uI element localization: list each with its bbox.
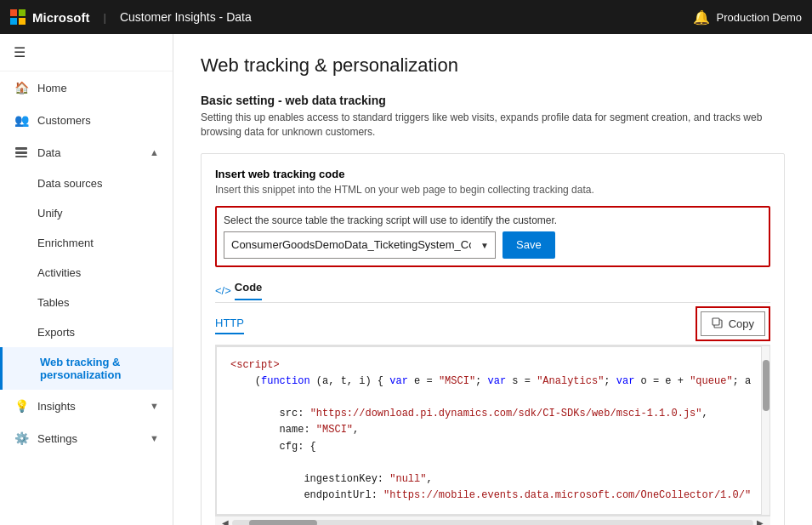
sidebar-item-label: Activities [37,266,159,279]
sidebar-item-data-sources[interactable]: Data sources [0,168,173,198]
sidebar-item-label: Data sources [37,177,159,190]
copy-icon [712,317,724,329]
sidebar-item-label: Insights [37,400,141,413]
code-line-3 [230,390,755,406]
svg-rect-1 [15,151,27,154]
select-source-box: Select the source table the tracking scr… [215,206,770,267]
sidebar-item-data[interactable]: Data ▲ [0,136,173,168]
scrollbar-thumb [763,360,769,411]
brand-name: Microsoft [32,10,90,25]
user-label: Production Demo [717,11,802,24]
chevron-up-icon: ▲ [150,147,159,157]
main-content: Web tracking & personalization Basic set… [173,34,812,525]
sidebar-item-web-tracking[interactable]: Web tracking & personalization [0,347,173,390]
sidebar-item-tables[interactable]: Tables [0,288,173,317]
insert-code-subtitle: Insert this snippet into the HTML on you… [215,184,770,196]
copy-button-wrapper: Copy [696,306,770,341]
code-line-9: endpointUrl: "https://mobile.events.data… [230,488,755,504]
topbar-divider: | [104,11,106,24]
topbar-right: 🔔 Production Demo [693,9,802,26]
scroll-left-button[interactable]: ◀ [219,518,232,525]
chevron-down-icon: ▼ [150,401,159,411]
insert-code-title: Insert web tracking code [215,168,770,180]
code-area[interactable]: <script> (function (a, t, i) { var e = "… [216,346,769,516]
sidebar-item-activities[interactable]: Activities [0,258,173,288]
code-line-4: src: "https://download.pi.dynamics.com/s… [230,406,755,422]
basic-setting-title: Basic setting - web data tracking [201,94,785,107]
source-table-dropdown-wrapper: ConsumerGoodsDemoData_TicketingSystem_Co… [224,231,496,259]
vertical-scrollbar[interactable] [761,346,769,516]
home-icon: 🏠 [14,80,29,95]
sidebar-item-home[interactable]: 🏠 Home [0,71,173,104]
scrollbar-thumb-h [249,520,317,525]
topbar: Microsoft | Customer Insights - Data 🔔 P… [0,0,812,34]
bell-icon[interactable]: 🔔 [693,9,710,26]
page-title: Web tracking & personalization [201,54,785,77]
sidebar-item-enrichment[interactable]: Enrichment [0,228,173,258]
http-tab[interactable]: HTTP [215,313,244,334]
settings-icon: ⚙️ [14,431,29,446]
sidebar-item-label: Tables [37,296,159,309]
insights-icon: 💡 [14,398,29,414]
svg-rect-0 [15,147,27,150]
code-section: </> Code HTTP Copy [215,281,770,525]
data-icon [14,145,29,160]
sidebar-item-label: Exports [37,326,159,339]
select-row: ConsumerGoodsDemoData_TicketingSystem_Co… [224,231,762,259]
sidebar-item-label: Customers [37,114,159,127]
sidebar-item-exports[interactable]: Exports [0,317,173,347]
sidebar-item-insights[interactable]: 💡 Insights ▼ [0,390,173,422]
app-title: Customer Insights - Data [120,10,252,24]
copy-button[interactable]: Copy [701,311,765,336]
code-line-1: <script> [230,357,755,374]
code-label-pre: </> [215,284,231,297]
topbar-logo: Microsoft [10,9,90,25]
sidebar-item-label: Data [37,146,141,159]
customers-icon: 👥 [14,112,29,128]
sidebar-item-settings[interactable]: ⚙️ Settings ▼ [0,422,173,454]
microsoft-logo [10,9,26,25]
code-label: Code [235,281,263,300]
source-table-dropdown[interactable]: ConsumerGoodsDemoData_TicketingSystem_Co… [224,231,496,259]
sidebar-item-label: Settings [37,432,141,445]
svg-rect-4 [713,318,719,325]
scrollbar-track [232,520,753,525]
save-button[interactable]: Save [503,231,555,259]
code-line-8: ingestionKey: "null", [230,471,755,488]
code-area-wrapper: <script> (function (a, t, i) { var e = "… [215,345,770,516]
code-line-2: (function (a, t, i) { var e = "MSCI"; va… [230,374,755,390]
basic-setting-desc: Setting this up enables access to standa… [201,111,785,140]
svg-rect-2 [15,156,27,157]
code-line-6: cfg: { [230,439,755,455]
sidebar-item-unify[interactable]: Unify [0,198,173,228]
hamburger-button[interactable]: ☰ [0,34,173,71]
sidebar-item-customers[interactable]: 👥 Customers [0,104,173,136]
select-label: Select the source table the tracking scr… [224,214,762,226]
chevron-down-icon: ▼ [150,433,159,443]
sidebar-item-label: Unify [37,207,159,220]
horizontal-scrollbar[interactable]: ◀ ▶ [215,516,770,525]
sidebar-item-label: Home [37,82,159,94]
code-line-5: name: "MSCI", [230,422,755,438]
sidebar-item-label: Enrichment [37,237,159,249]
sidebar-item-label: Web tracking & personalization [40,356,159,381]
scroll-right-button[interactable]: ▶ [753,518,767,525]
tracking-box: Insert web tracking code Insert this sni… [201,153,785,525]
code-line-7 [230,455,755,471]
copy-label: Copy [729,317,754,330]
sidebar: ☰ 🏠 Home 👥 Customers Data ▲ Data sources… [0,34,173,525]
